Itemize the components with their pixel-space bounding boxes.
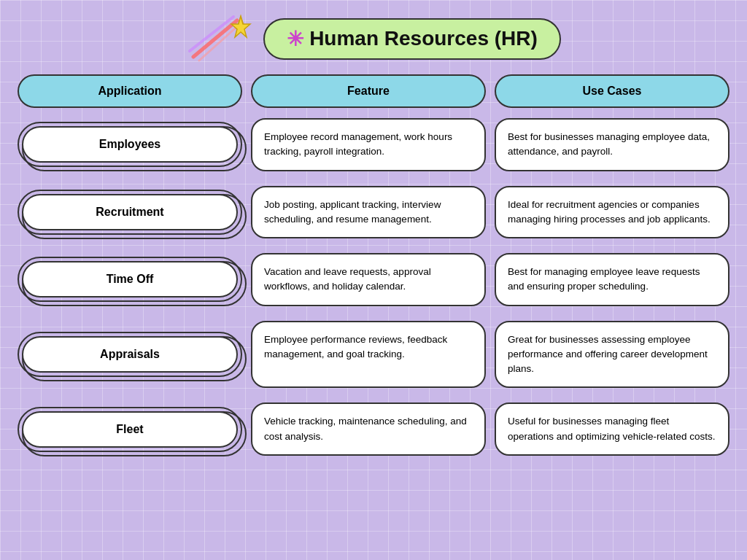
pill-inner-recruitment: Recruitment xyxy=(22,194,238,230)
pill-shadow-appraisals: Appraisals xyxy=(18,332,242,377)
svg-marker-5 xyxy=(231,16,250,37)
pill-shadow-employees: Employees xyxy=(18,122,242,167)
app-cell-fleet: Fleet xyxy=(13,395,247,463)
usecase-text-appraisals: Great for businesses assessing employee … xyxy=(495,321,729,389)
pill-inner-appraisals: Appraisals xyxy=(22,336,238,373)
pill-inner-timeoff: Time Off xyxy=(22,261,238,298)
app-cell-employees: Employees xyxy=(13,111,247,179)
asterisk-icon: ✳ xyxy=(287,27,303,51)
pill-outer-timeoff: Time Off xyxy=(18,257,242,302)
usecase-cell-fleet: Useful for businesses managing fleet ope… xyxy=(490,395,734,463)
col-header-usecases: Use Cases xyxy=(495,74,729,108)
pill-outer-appraisals: Appraisals xyxy=(18,332,242,377)
app-cell-appraisals: Appraisals xyxy=(13,314,247,396)
feature-text-appraisals: Employee performance reviews, feedback m… xyxy=(251,321,486,389)
pill-shadow-fleet: Fleet xyxy=(18,407,242,452)
svg-line-0 xyxy=(193,20,237,57)
feature-cell-recruitment: Job posting, applicant tracking, intervi… xyxy=(247,179,490,246)
app-cell-timeoff: Time Off xyxy=(13,246,247,314)
app-cell-recruitment: Recruitment xyxy=(13,179,247,246)
pill-outer-recruitment: Recruitment xyxy=(18,190,242,235)
usecase-cell-appraisals: Great for businesses assessing employee … xyxy=(490,314,734,396)
pill-shadow-recruitment: Recruitment xyxy=(18,190,242,235)
pill-outer-employees: Employees xyxy=(18,122,242,167)
usecase-text-employees: Best for businesses managing employee da… xyxy=(495,118,729,171)
usecase-text-fleet: Useful for businesses managing fleet ope… xyxy=(495,402,729,456)
shooting-star-icon xyxy=(186,13,252,64)
feature-text-recruitment: Job posting, applicant tracking, intervi… xyxy=(251,186,486,239)
feature-cell-fleet: Vehicle tracking, maintenance scheduling… xyxy=(247,395,490,463)
page-title: Human Resources (HR) xyxy=(309,27,538,50)
pill-shadow-timeoff: Time Off xyxy=(18,257,242,302)
feature-cell-employees: Employee record management, work hours t… xyxy=(247,111,490,179)
pill-inner-employees: Employees xyxy=(22,126,238,163)
title-badge: ✳ Human Resources (HR) xyxy=(263,18,561,60)
feature-text-employees: Employee record management, work hours t… xyxy=(251,118,486,171)
usecase-cell-employees: Best for businesses managing employee da… xyxy=(490,111,734,179)
usecase-cell-recruitment: Ideal for recruitment agencies or compan… xyxy=(490,179,734,246)
feature-text-fleet: Vehicle tracking, maintenance scheduling… xyxy=(251,402,486,456)
main-table: Application Feature Use Cases Employees … xyxy=(0,71,747,470)
feature-cell-appraisals: Employee performance reviews, feedback m… xyxy=(247,314,490,396)
col-header-application: Application xyxy=(18,74,242,108)
usecase-cell-timeoff: Best for managing employee leave request… xyxy=(490,246,734,314)
header: ✳ Human Resources (HR) xyxy=(0,0,747,71)
pill-inner-fleet: Fleet xyxy=(22,411,238,448)
usecase-text-recruitment: Ideal for recruitment agencies or compan… xyxy=(495,186,729,239)
table-grid: Application Feature Use Cases Employees … xyxy=(13,71,734,463)
feature-cell-timeoff: Vacation and leave requests, approval wo… xyxy=(247,246,490,314)
svg-line-1 xyxy=(190,17,233,51)
feature-text-timeoff: Vacation and leave requests, approval wo… xyxy=(251,253,486,306)
usecase-text-timeoff: Best for managing employee leave request… xyxy=(495,253,729,306)
col-header-feature: Feature xyxy=(251,74,486,108)
pill-outer-fleet: Fleet xyxy=(18,407,242,452)
